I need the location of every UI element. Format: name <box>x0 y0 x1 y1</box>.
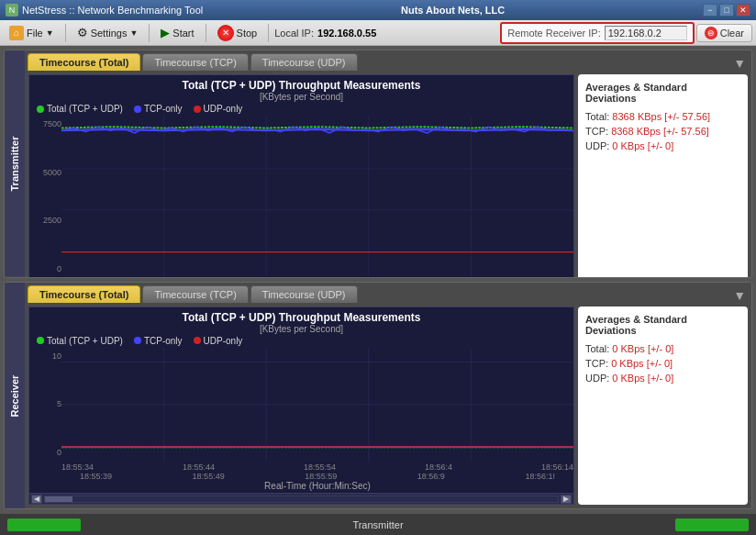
receiver-tcp-legend-dot <box>134 337 141 344</box>
clear-label: Clear <box>720 28 744 39</box>
receiver-chart-box: Total (TCP + UDP) Throughput Measurement… <box>28 307 574 506</box>
transmitter-chart-svg <box>61 116 573 277</box>
remote-ip-input[interactable] <box>605 26 687 40</box>
receiver-dropdown-arrow[interactable]: ▼ <box>733 288 746 303</box>
stop-icon: ✕ <box>217 25 234 41</box>
local-ip-label: Local IP: <box>274 28 314 39</box>
transmitter-chart-title: Total (TCP + UDP) Throughput Measurement… <box>29 75 573 92</box>
tcp-legend-label: TCP-only <box>144 104 183 114</box>
receiver-chart-title: Total (TCP + UDP) Throughput Measurement… <box>29 307 573 324</box>
settings-menu-label: Settings <box>91 28 128 39</box>
close-button[interactable]: ✕ <box>736 4 750 17</box>
receiver-chart-svg <box>61 348 573 462</box>
transmitter-panel-main: Timecourse (Total) Timecourse (TCP) Time… <box>25 50 751 277</box>
receiver-scroll-left[interactable]: ◀ <box>31 495 42 504</box>
receiver-total-legend-dot <box>37 337 44 344</box>
transmitter-tab-udp[interactable]: Timecourse (UDP) <box>250 53 358 71</box>
app-logo: N <box>6 4 18 17</box>
settings-menu[interactable]: ⚙ Settings ▼ <box>72 23 144 42</box>
receiver-panel-main: Timecourse (Total) Timecourse (TCP) Time… <box>25 283 751 509</box>
receiver-chart-plot <box>61 348 573 462</box>
separator-1 <box>65 24 66 42</box>
receiver-x-axis: 18:55:34 18:55:44 18:55:54 18:56:4 18:56… <box>29 461 573 493</box>
receiver-stats-udp-label: UDP: <box>585 373 612 384</box>
transmitter-y-axis: 7500 5000 2500 0 <box>29 116 61 277</box>
transmitter-stats-udp: UDP: 0 KBps [+/- 0] <box>585 140 740 151</box>
receiver-tabs-row: Timecourse (Total) Timecourse (TCP) Time… <box>25 283 751 303</box>
settings-icon: ⚙ <box>77 26 88 39</box>
receiver-legend-total: Total (TCP + UDP) <box>37 336 123 346</box>
udp-legend-label: UDP-only <box>204 104 243 114</box>
tcp-legend-dot <box>134 106 141 113</box>
clear-icon: ⊖ <box>705 27 717 39</box>
start-icon: ▶ <box>161 26 170 39</box>
settings-dropdown-arrow: ▼ <box>129 28 138 38</box>
transmitter-tab-tcp[interactable]: Timecourse (TCP) <box>142 53 248 71</box>
stop-button[interactable]: ✕ Stop <box>212 22 263 44</box>
transmitter-dropdown-arrow[interactable]: ▼ <box>733 56 746 71</box>
status-indicator-left <box>7 518 81 531</box>
status-label: Transmitter <box>88 519 668 530</box>
transmitter-legend-tcp: TCP-only <box>134 104 183 114</box>
transmitter-stats-title: Averages & Standard Deviations <box>585 82 740 104</box>
receiver-scroll-right[interactable]: ▶ <box>561 495 572 504</box>
receiver-side-label: Receiver <box>5 283 25 509</box>
receiver-scrollbar[interactable]: ◀ ▶ <box>29 493 573 504</box>
clear-button[interactable]: ⊖ Clear <box>696 24 752 42</box>
transmitter-stats-total: Total: 8368 KBps [+/- 57.56] <box>585 111 740 122</box>
receiver-stats-total: Total: 0 KBps [+/- 0] <box>585 343 740 354</box>
receiver-stats-panel: Averages & Standard Deviations Total: 0 … <box>578 307 748 506</box>
transmitter-stats-tcp-label: TCP: <box>585 126 611 137</box>
transmitter-stats-udp-label: UDP: <box>585 140 612 151</box>
local-ip-value: 192.168.0.55 <box>317 28 376 39</box>
receiver-tab-tcp[interactable]: Timecourse (TCP) <box>142 285 248 303</box>
transmitter-stats-tcp-value: 8368 KBps [+/- 57.56] <box>611 126 709 137</box>
menu-bar: ⌂ File ▼ ⚙ Settings ▼ ▶ Start ✕ Stop Loc… <box>0 20 756 46</box>
file-menu-label: File <box>27 28 43 39</box>
window-controls[interactable]: − □ ✕ <box>703 4 750 17</box>
receiver-stats-tcp: TCP: 0 KBps [+/- 0] <box>585 358 740 369</box>
transmitter-chart-subtitle: [KBytes per Second] <box>29 92 573 102</box>
title-bar-title: NetStress :: Network Benchmarking Tool <box>22 5 203 16</box>
title-bar-left: N NetStress :: Network Benchmarking Tool <box>6 4 203 17</box>
receiver-tab-udp[interactable]: Timecourse (UDP) <box>250 285 358 303</box>
remote-ip-label: Remote Receiver IP: <box>507 28 600 39</box>
home-icon: ⌂ <box>9 26 24 40</box>
receiver-stats-tcp-label: TCP: <box>585 358 611 369</box>
file-menu[interactable]: ⌂ File ▼ <box>4 23 60 43</box>
minimize-button[interactable]: − <box>703 4 717 17</box>
file-dropdown-arrow: ▼ <box>46 28 54 38</box>
transmitter-stats-udp-value: 0 KBps [+/- 0] <box>612 140 673 151</box>
receiver-legend-tcp: TCP-only <box>134 336 183 346</box>
receiver-x-axis-label: Real-Time (Hour:Min:Sec) <box>61 481 573 491</box>
maximize-button[interactable]: □ <box>719 4 734 17</box>
transmitter-stats-total-label: Total: <box>585 111 612 122</box>
title-bar: N NetStress :: Network Benchmarking Tool… <box>0 0 756 20</box>
receiver-stats-total-label: Total: <box>585 343 612 354</box>
receiver-panel-wrapper: Receiver Timecourse (Total) Timecourse (… <box>5 283 751 509</box>
start-button[interactable]: ▶ Start <box>155 23 199 42</box>
receiver-tcp-legend-label: TCP-only <box>144 336 183 346</box>
receiver-scroll-thumb[interactable] <box>45 496 72 502</box>
status-bar: Transmitter <box>0 513 756 535</box>
receiver-stats-total-value: 0 KBps [+/- 0] <box>612 343 673 354</box>
transmitter-stats-tcp: TCP: 8368 KBps [+/- 57.56] <box>585 126 740 137</box>
total-legend-label: Total (TCP + UDP) <box>47 104 123 114</box>
transmitter-tabs-row: Timecourse (Total) Timecourse (TCP) Time… <box>25 50 751 71</box>
transmitter-chart-with-axes: 7500 5000 2500 0 <box>29 116 573 277</box>
transmitter-legend-total: Total (TCP + UDP) <box>37 104 123 114</box>
status-indicator-right <box>675 518 749 531</box>
receiver-scroll-track[interactable] <box>44 496 559 503</box>
stop-label: Stop <box>237 28 258 39</box>
start-label: Start <box>172 28 194 39</box>
remote-ip-box: Remote Receiver IP: <box>500 22 694 44</box>
receiver-panel: Receiver Timecourse (Total) Timecourse (… <box>4 282 752 510</box>
receiver-tab-total[interactable]: Timecourse (Total) <box>28 285 140 303</box>
main-content: Transmitter Timecourse (Total) Timecours… <box>0 46 756 513</box>
separator-4 <box>268 24 269 42</box>
receiver-udp-legend-label: UDP-only <box>204 336 243 346</box>
transmitter-tab-total[interactable]: Timecourse (Total) <box>28 53 140 71</box>
receiver-chart-and-stats: Total (TCP + UDP) Throughput Measurement… <box>25 303 751 509</box>
transmitter-panel: Transmitter Timecourse (Total) Timecours… <box>4 50 752 278</box>
transmitter-x-axis: 18:55:34 18:55:44 18:55:54 18:56:4 18:56… <box>29 277 573 278</box>
